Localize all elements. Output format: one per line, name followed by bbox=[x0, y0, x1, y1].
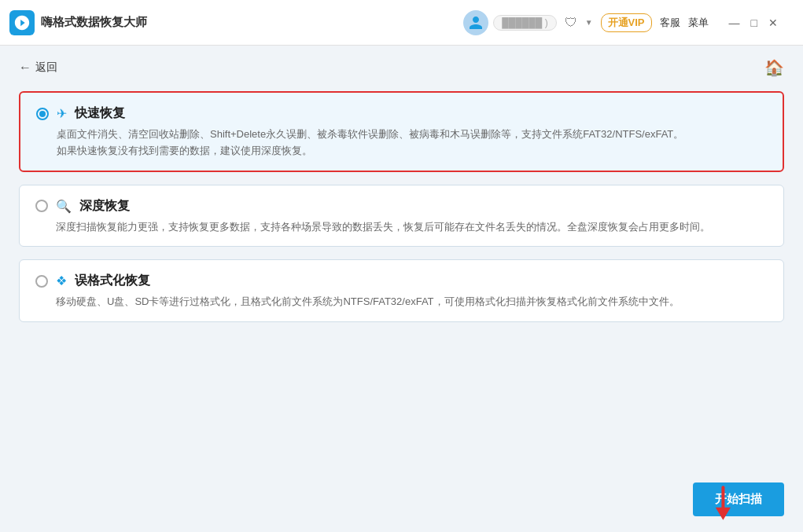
quick-desc-line2: 如果快速恢复没有找到需要的数据，建议使用深度恢复。 bbox=[57, 145, 312, 156]
avatar-area[interactable]: ██████ ) bbox=[463, 10, 556, 35]
quick-recovery-icon: ✈ bbox=[57, 106, 67, 121]
avatar bbox=[463, 10, 488, 35]
deep-desc-line1: 深度扫描恢复能力更强，支持恢复更多数据，支持各种场景导致的数据丢失，恢复后可能存… bbox=[56, 221, 710, 233]
back-button[interactable]: ← 返回 bbox=[19, 61, 57, 75]
user-name[interactable]: ██████ ) bbox=[493, 15, 556, 31]
maximize-button[interactable]: □ bbox=[751, 17, 757, 28]
main-content: ← 返回 🏠 ✈ 快速恢复 桌面文件消失、清空回收站删除、Shift+Delet… bbox=[0, 46, 803, 532]
quick-recovery-title: 快速恢复 bbox=[75, 105, 125, 122]
svg-marker-1 bbox=[716, 508, 731, 520]
menu-button[interactable]: 菜单 bbox=[688, 16, 709, 30]
shield-icon: 🛡 bbox=[565, 16, 577, 30]
bottom-area: 开始扫描 bbox=[19, 475, 784, 519]
quick-recovery-desc: 桌面文件消失、清空回收站删除、Shift+Delete永久误删、被杀毒软件误删除… bbox=[57, 127, 767, 160]
quick-recovery-card[interactable]: ✈ 快速恢复 桌面文件消失、清空回收站删除、Shift+Delete永久误删、被… bbox=[19, 91, 784, 172]
vip-button[interactable]: 开通VIP bbox=[601, 13, 652, 32]
deep-recovery-card[interactable]: 🔍 深度恢复 深度扫描恢复能力更强，支持恢复更多数据，支持各种场景导致的数据丢失… bbox=[19, 185, 784, 248]
minimize-button[interactable]: — bbox=[729, 17, 740, 28]
format-recovery-title: 误格式化恢复 bbox=[75, 273, 150, 289]
quick-recovery-header: ✈ 快速恢复 bbox=[36, 105, 767, 122]
titlebar-center: ██████ ) 🛡 ▼ 开通VIP 客服 菜单 — □ ✕ bbox=[463, 10, 778, 35]
format-recovery-desc: 移动硬盘、U盘、SD卡等进行过格式化，且格式化前文件系统为NTFS/FAT32/… bbox=[56, 294, 768, 310]
quick-recovery-radio[interactable] bbox=[36, 108, 49, 120]
format-recovery-icon: ❖ bbox=[56, 273, 67, 288]
dropdown-arrow-icon[interactable]: ▼ bbox=[585, 18, 593, 27]
titlebar: 嗨格式数据恢复大师 ██████ ) 🛡 ▼ 开通VIP 客服 菜单 — □ ✕ bbox=[0, 0, 803, 46]
app-logo bbox=[9, 10, 35, 35]
format-desc-line1: 移动硬盘、U盘、SD卡等进行过格式化，且格式化前文件系统为NTFS/FAT32/… bbox=[56, 295, 680, 307]
topbar: ← 返回 🏠 bbox=[19, 58, 784, 77]
format-recovery-radio[interactable] bbox=[35, 275, 48, 288]
home-button[interactable]: 🏠 bbox=[764, 58, 784, 77]
quick-desc-line1: 桌面文件消失、清空回收站删除、Shift+Delete永久误删、被杀毒软件误删除… bbox=[57, 128, 683, 140]
recovery-options-list: ✈ 快速恢复 桌面文件消失、清空回收站删除、Shift+Delete永久误删、被… bbox=[19, 91, 784, 475]
back-label: 返回 bbox=[35, 61, 57, 75]
deep-recovery-radio[interactable] bbox=[35, 200, 48, 212]
format-recovery-header: ❖ 误格式化恢复 bbox=[35, 273, 768, 289]
deep-recovery-header: 🔍 深度恢复 bbox=[35, 198, 768, 215]
close-button[interactable]: ✕ bbox=[768, 17, 778, 28]
app-title: 嗨格式数据恢复大师 bbox=[41, 15, 463, 30]
deep-recovery-icon: 🔍 bbox=[56, 199, 72, 214]
back-arrow-icon: ← bbox=[19, 61, 31, 75]
format-recovery-card[interactable]: ❖ 误格式化恢复 移动硬盘、U盘、SD卡等进行过格式化，且格式化前文件系统为NT… bbox=[19, 259, 784, 322]
deep-recovery-title: 深度恢复 bbox=[79, 198, 130, 215]
service-button[interactable]: 客服 bbox=[660, 16, 680, 30]
window-controls: — □ ✕ bbox=[729, 17, 778, 28]
deep-recovery-desc: 深度扫描恢复能力更强，支持恢复更多数据，支持各种场景导致的数据丢失，恢复后可能存… bbox=[56, 219, 768, 236]
